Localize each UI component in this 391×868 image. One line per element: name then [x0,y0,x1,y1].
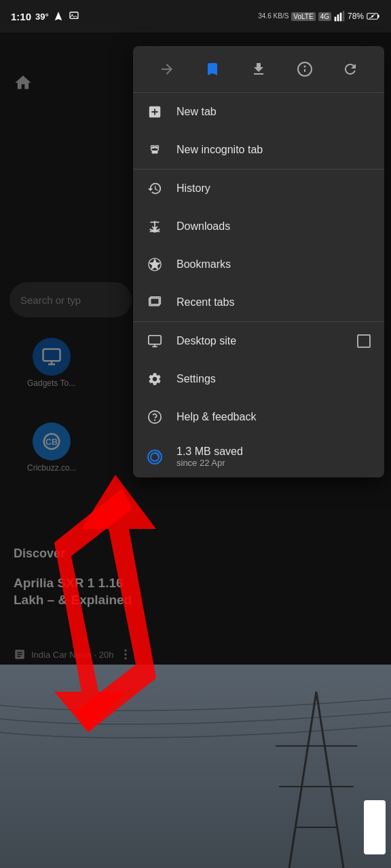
desktop-site-checkbox[interactable] [357,334,371,348]
svg-rect-27 [151,151,157,154]
recent-tabs-label: Recent tabs [176,296,371,309]
new-tab-icon [147,104,163,120]
new-tab-item[interactable]: New tab [133,93,384,131]
history-item[interactable]: History [133,170,384,208]
history-icon [147,180,163,197]
bookmarks-label: Bookmarks [176,258,371,271]
signal-indicator: 39° [35,12,49,22]
svg-rect-7 [377,15,379,18]
battery-percent: 78% [348,12,364,21]
status-right: 34.6 KB/S VoLTE 4G 78% [258,11,380,22]
data-saver-text: 1.3 MB saved since 22 Apr [176,446,243,468]
signal-bars-icon [334,11,345,22]
desktop-site-label: Desktop site [176,335,343,347]
history-label: History [176,182,371,195]
svg-rect-5 [343,11,345,21]
svg-rect-2 [335,17,337,22]
settings-icon [147,371,163,387]
menu-toolbar [133,46,384,93]
context-menu: New tab New incognito tab History Downlo… [133,46,384,477]
saved-amount: 1.3 MB saved [176,446,243,458]
new-incognito-item[interactable]: New incognito tab [133,131,384,169]
help-label: Help & feedback [176,411,371,423]
recent-tabs-item[interactable]: Recent tabs [133,283,384,321]
incognito-icon [147,142,163,158]
info-button[interactable] [290,54,320,84]
downloads-label: Downloads [176,220,371,233]
help-item[interactable]: Help & feedback [133,398,384,436]
svg-rect-3 [337,14,339,21]
svg-point-38 [149,411,161,423]
data-saver-item: 1.3 MB saved since 22 Apr [133,436,384,477]
network-type: 4G [318,12,331,21]
bookmark-button[interactable] [198,54,227,84]
downloads-icon [147,218,163,235]
svg-rect-35 [149,336,161,344]
bookmarks-item[interactable]: Bookmarks [133,245,384,283]
new-incognito-label: New incognito tab [176,144,371,156]
gallery-icon [68,11,80,22]
recent-tabs-icon [147,294,163,311]
data-saver-icon [147,449,163,465]
saved-since: since 22 Apr [176,458,243,468]
status-bar: 1:10 39° 34.6 KB/S VoLTE 4G 78% [0,0,391,33]
forward-button[interactable] [152,54,182,84]
desktop-icon [147,333,163,349]
reload-button[interactable] [335,54,365,84]
network-speed: 34.6 KB/S [258,12,288,20]
help-icon [147,409,163,425]
time: 1:10 [11,11,31,22]
download-button[interactable] [244,54,274,84]
status-left: 1:10 39° [11,11,80,22]
desktop-site-item[interactable]: Desktop site [133,322,384,360]
navigation-icon [53,11,64,22]
battery-icon [367,11,380,22]
svg-rect-4 [340,13,342,22]
settings-item[interactable]: Settings [133,360,384,398]
scroll-handle[interactable] [364,800,386,854]
downloads-item[interactable]: Downloads [133,208,384,245]
volte-indicator: VoLTE [291,12,315,21]
bookmarks-icon [147,256,163,273]
settings-label: Settings [176,373,371,385]
new-tab-label: New tab [176,106,371,118]
